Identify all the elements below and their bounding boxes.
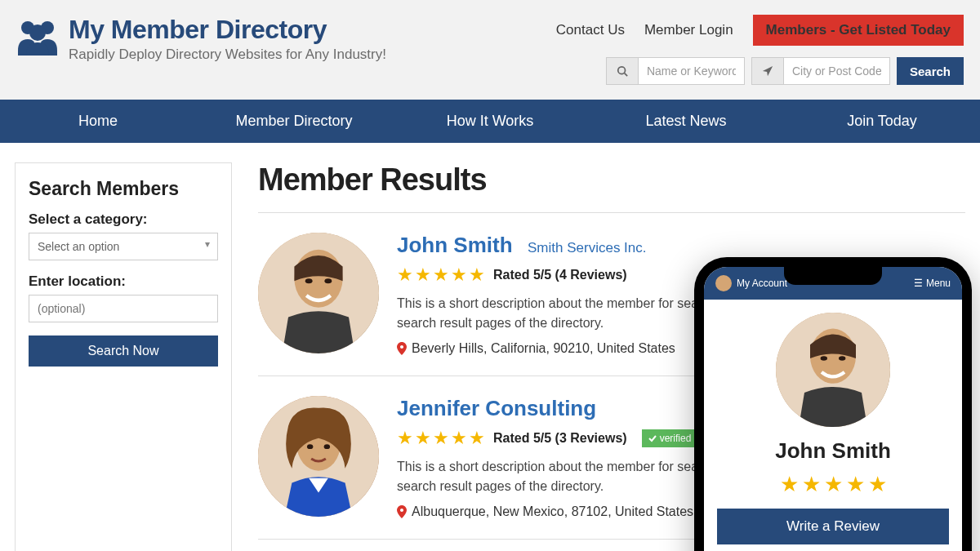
star-icon: ★ (451, 428, 467, 449)
phone-mockup: My Account ☰ Menu John Smith ★★★★★ Write… (694, 257, 972, 551)
site-title: My Member Directory (69, 15, 386, 45)
nav-directory[interactable]: Member Directory (196, 100, 392, 143)
nav-join[interactable]: Join Today (784, 100, 980, 143)
avatar[interactable] (258, 396, 379, 517)
member-name-link[interactable]: Jennifer Consulting (397, 396, 596, 420)
users-icon (16, 18, 59, 57)
location-text: Beverly Hills, California, 90210, United… (412, 341, 675, 356)
tagline: Rapidly Deploy Directory Websites for An… (69, 47, 386, 63)
category-label: Select a category: (29, 211, 218, 228)
search-icon (606, 57, 639, 85)
sidebar-title: Search Members (29, 178, 218, 200)
main-nav: Home Member Directory How It Works Lates… (0, 100, 980, 143)
star-icon: ★ (846, 472, 865, 497)
company-link[interactable]: Smith Services Inc. (528, 240, 647, 256)
rating-text: Rated 5/5 (3 Reviews) (493, 431, 627, 446)
star-icon: ★ (433, 264, 449, 286)
phone-notch (784, 267, 882, 285)
star-icon: ★ (469, 428, 485, 449)
star-icon: ★ (397, 428, 413, 449)
check-icon (648, 434, 657, 442)
svg-line-4 (625, 73, 628, 77)
search-sidebar: Search Members Select a category: Select… (15, 162, 232, 551)
svg-point-2 (29, 24, 46, 41)
member-name-link[interactable]: John Smith (397, 233, 513, 257)
star-icon: ★ (469, 264, 485, 286)
star-icon: ★ (397, 264, 413, 286)
phone-account-link[interactable]: My Account (715, 275, 787, 291)
location-icon (751, 57, 784, 85)
logo-area: My Member Directory Rapidly Deploy Direc… (16, 15, 386, 63)
location-search-input[interactable] (784, 57, 890, 85)
avatar[interactable] (258, 233, 379, 353)
location-label: Enter location: (29, 273, 218, 290)
phone-profile-avatar[interactable] (776, 313, 890, 427)
svg-point-8 (324, 278, 332, 283)
write-review-button[interactable]: Write a Review (717, 509, 949, 544)
star-icon: ★ (868, 472, 887, 497)
page-title: Member Results (258, 162, 965, 198)
star-icon: ★ (415, 264, 431, 286)
divider (258, 212, 965, 213)
phone-profile-name: John Smith (717, 438, 949, 464)
nav-home[interactable]: Home (0, 100, 196, 143)
avatar-icon (715, 275, 732, 291)
category-select[interactable]: Select an option (29, 233, 218, 260)
name-search-input[interactable] (639, 57, 745, 85)
star-rating: ★★★★★ (397, 428, 485, 449)
pin-icon (397, 342, 407, 355)
nav-how[interactable]: How It Works (392, 100, 588, 143)
star-icon: ★ (451, 264, 467, 286)
star-icon: ★ (433, 428, 449, 449)
star-icon: ★ (780, 472, 799, 497)
rating-text: Rated 5/5 (4 Reviews) (493, 268, 627, 282)
location-input[interactable] (29, 295, 218, 322)
search-button[interactable]: Search (897, 57, 964, 85)
svg-point-15 (821, 356, 827, 361)
svg-point-16 (839, 356, 845, 361)
pin-icon (397, 505, 407, 518)
nav-news[interactable]: Latest News (588, 100, 784, 143)
phone-star-rating: ★★★★★ (717, 472, 949, 497)
hamburger-icon: ☰ (914, 278, 923, 289)
verified-badge: verified (642, 429, 698, 447)
contact-link[interactable]: Contact Us (556, 22, 625, 38)
location-text: Albuquerque, New Mexico, 87102, United S… (412, 504, 693, 519)
phone-menu-button[interactable]: ☰ Menu (914, 278, 951, 289)
star-icon: ★ (415, 428, 431, 449)
star-rating: ★★★★★ (397, 264, 485, 286)
search-now-button[interactable]: Search Now (29, 335, 218, 367)
cta-button[interactable]: Members - Get Listed Today (753, 15, 964, 46)
svg-point-3 (618, 67, 626, 74)
star-icon: ★ (802, 472, 821, 497)
login-link[interactable]: Member Login (644, 22, 733, 38)
svg-point-11 (307, 444, 313, 449)
svg-point-12 (324, 444, 330, 449)
svg-point-7 (305, 278, 313, 283)
star-icon: ★ (824, 472, 843, 497)
